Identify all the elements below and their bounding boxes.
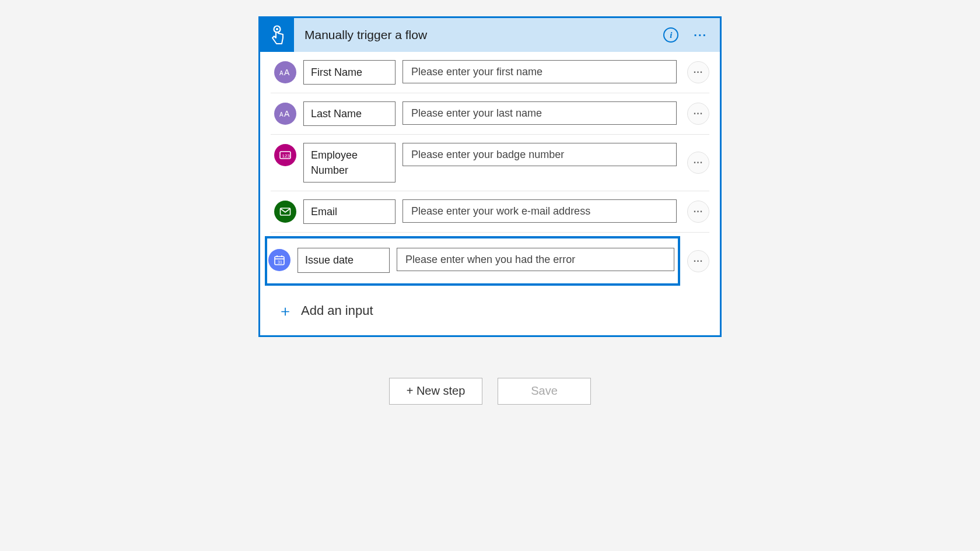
svg-text:31: 31 (278, 260, 282, 264)
text-type-icon: AA (274, 61, 296, 83)
input-label-field[interactable] (303, 199, 396, 224)
row-more-button[interactable]: ··· (687, 152, 709, 174)
input-row: ··· (271, 191, 709, 233)
email-type-icon (274, 201, 296, 223)
svg-text:A: A (279, 70, 284, 76)
svg-text:A: A (284, 68, 290, 77)
inputs-list: AA···AA···123······31··· (260, 52, 720, 289)
save-button[interactable]: Save (498, 378, 591, 405)
info-icon[interactable]: i (663, 27, 678, 43)
input-prompt-field[interactable] (397, 248, 674, 271)
row-more-button[interactable]: ··· (687, 250, 709, 272)
input-label-field[interactable] (303, 143, 396, 183)
input-row: 123··· (271, 135, 709, 191)
input-row-inner: 123 (271, 141, 680, 185)
input-row-inner: 31 (265, 236, 680, 285)
trigger-title: Manually trigger a flow (294, 28, 663, 42)
input-prompt-field[interactable] (402, 199, 677, 223)
number-type-icon: 123 (274, 144, 296, 166)
manual-trigger-icon (260, 18, 294, 52)
input-row: AA··· (271, 52, 709, 93)
footer-actions: + New step Save (389, 378, 591, 405)
row-more-button[interactable]: ··· (687, 61, 709, 83)
input-row-inner: AA (271, 58, 680, 87)
input-row-inner (271, 197, 680, 226)
input-row: 31··· (271, 233, 709, 289)
input-label-field[interactable] (303, 60, 396, 85)
svg-point-1 (276, 28, 278, 30)
svg-text:123: 123 (282, 153, 290, 159)
input-prompt-field[interactable] (402, 143, 677, 166)
new-step-button[interactable]: + New step (389, 378, 482, 405)
svg-text:A: A (279, 111, 284, 118)
input-row: AA··· (271, 93, 709, 135)
svg-text:A: A (284, 109, 290, 118)
date-type-icon: 31 (268, 249, 290, 271)
input-row-inner: AA (271, 99, 680, 128)
row-more-button[interactable]: ··· (687, 103, 709, 125)
header-more-button[interactable]: ··· (691, 26, 709, 44)
add-input-button[interactable]: ＋ Add an input (260, 289, 720, 335)
input-prompt-field[interactable] (402, 101, 677, 125)
input-label-field[interactable] (298, 248, 390, 272)
text-type-icon: AA (274, 103, 296, 125)
trigger-header: Manually trigger a flow i ··· (260, 18, 720, 52)
input-label-field[interactable] (303, 101, 396, 126)
input-prompt-field[interactable] (402, 60, 677, 83)
trigger-card: Manually trigger a flow i ··· AA···AA···… (258, 16, 722, 337)
plus-icon: ＋ (278, 301, 293, 321)
add-input-label: Add an input (301, 303, 373, 318)
row-more-button[interactable]: ··· (687, 201, 709, 223)
